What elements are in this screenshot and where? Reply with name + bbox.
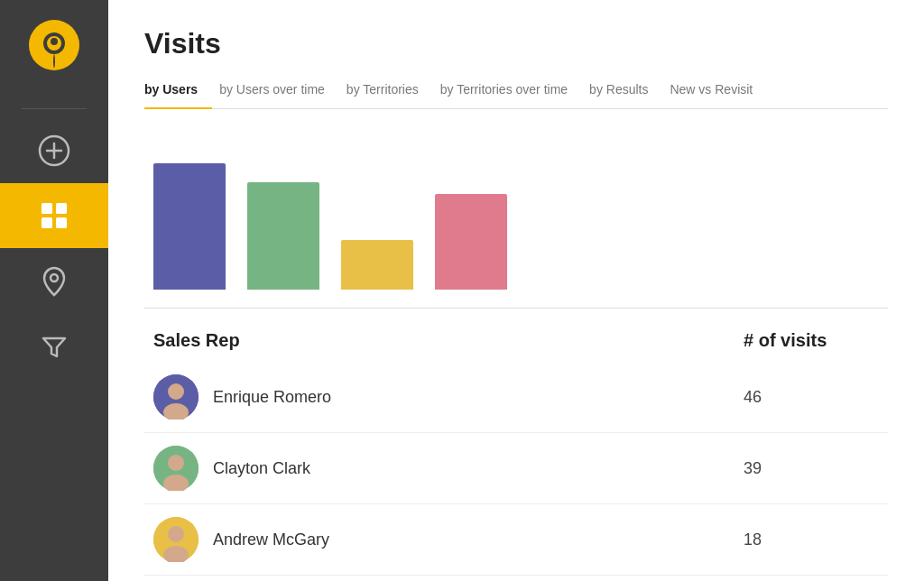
avatar [153,374,199,420]
chart-bar-clayton [247,182,319,290]
sidebar-item-add[interactable] [0,118,108,183]
tab-bar: by Users by Users over time by Territori… [144,75,888,109]
rep-info: Enrique Romero [153,374,744,420]
sidebar-divider [22,108,87,109]
table-header: Sales Rep # of visits [144,330,888,362]
grid-icon [38,199,70,232]
visit-count: 39 [744,459,879,478]
svg-point-2 [51,38,58,45]
tab-new-vs-revisit[interactable]: New vs Revisit [670,75,767,109]
svg-point-10 [51,274,58,281]
page-title: Visits [144,27,888,60]
sidebar-item-filter[interactable] [0,313,108,378]
table-row: Michael Francis35 [144,576,888,581]
sidebar-item-dashboard[interactable] [0,183,108,248]
visit-count: 46 [744,388,879,407]
sidebar [0,0,108,581]
table-row: Clayton Clark39 [144,433,888,504]
svg-point-18 [168,526,184,542]
tab-by-users-time[interactable]: by Users over time [219,75,339,109]
svg-rect-9 [56,217,67,228]
table-body: Enrique Romero46 Clayton Clark39 Andrew … [144,362,888,581]
col-header-rep: Sales Rep [153,330,744,351]
bar-chart [144,145,888,290]
filter-icon [38,329,70,362]
chart-bar-michael [435,194,507,290]
col-header-visits: # of visits [744,330,879,351]
svg-rect-6 [42,203,52,214]
rep-name: Clayton Clark [213,459,310,478]
rep-name: Andrew McGary [213,530,329,549]
tab-by-results[interactable]: by Results [589,75,662,109]
chart-area [144,127,888,309]
sidebar-logo[interactable] [27,18,81,72]
table-row: Andrew McGary18 [144,504,888,576]
avatar [153,517,199,562]
chart-bar-enrique [153,163,226,290]
rep-name: Enrique Romero [213,388,331,407]
location-icon [38,264,70,297]
tab-by-territories-time[interactable]: by Territories over time [440,75,582,109]
svg-point-15 [168,455,184,471]
svg-rect-7 [56,203,67,214]
rep-info: Clayton Clark [153,446,744,491]
visit-count: 18 [744,530,879,549]
main-content: Visits by Users by Users over time by Te… [108,0,924,581]
avatar [153,446,199,491]
svg-rect-8 [42,217,52,228]
tab-by-territories[interactable]: by Territories [346,75,433,109]
rep-info: Andrew McGary [153,517,744,562]
tab-by-users[interactable]: by Users [144,75,212,109]
sidebar-item-location[interactable] [0,248,108,313]
chart-bar-andrew [341,240,413,290]
svg-point-12 [168,383,184,400]
plus-icon [38,134,70,167]
table-row: Enrique Romero46 [144,362,888,433]
